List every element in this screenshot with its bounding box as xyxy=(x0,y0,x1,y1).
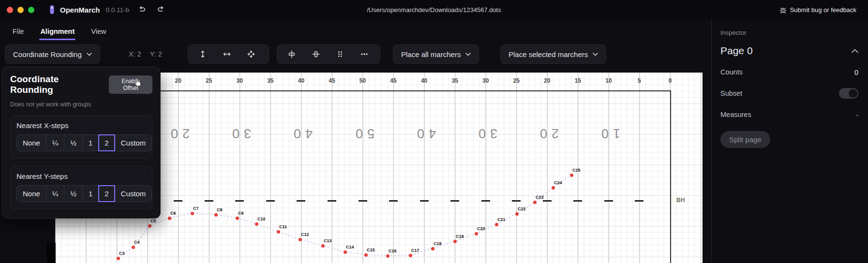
x-steps-segmented-control: None¼½12Custom xyxy=(16,134,152,151)
marcher-dot[interactable] xyxy=(321,244,325,248)
marcher-dot[interactable] xyxy=(409,254,412,257)
counts-label: Counts xyxy=(720,68,743,76)
step-option-3[interactable]: 1 xyxy=(82,185,99,202)
menu-view[interactable]: View xyxy=(84,24,113,39)
submit-feedback-label: Submit bug or feedback xyxy=(790,6,856,14)
toggle-knob xyxy=(849,89,857,98)
measures-row: Measures - xyxy=(720,104,858,125)
step-option-0[interactable]: None xyxy=(16,185,46,202)
step-option-5[interactable]: Custom xyxy=(115,134,152,151)
marcher-dot[interactable] xyxy=(570,174,573,177)
marcher-dot[interactable] xyxy=(277,230,280,234)
marcher-label: C19 xyxy=(456,234,464,239)
step-option-1[interactable]: ¼ xyxy=(46,185,65,202)
step-option-2[interactable]: ½ xyxy=(64,185,83,202)
marcher-dot[interactable] xyxy=(191,212,194,215)
marcher-dot[interactable] xyxy=(495,223,498,226)
align-center-vertical-icon xyxy=(287,50,296,58)
step-option-2[interactable]: ½ xyxy=(64,134,83,151)
collapse-page-section-button[interactable] xyxy=(852,49,858,53)
marcher-label: C24 xyxy=(554,180,562,185)
marcher-label: C9 xyxy=(238,211,244,216)
close-window-button[interactable] xyxy=(7,7,13,13)
collapse-center-icon xyxy=(247,50,255,58)
distribute-horizontal-button[interactable] xyxy=(352,46,376,62)
distribute-vertical-button[interactable] xyxy=(328,46,352,62)
back-hash-label: BH xyxy=(676,197,685,204)
step-option-4[interactable]: 2 xyxy=(98,134,115,151)
marcher-dot[interactable] xyxy=(255,222,258,226)
popup-note: Does not yet work with groups xyxy=(10,101,152,108)
marcher-dot[interactable] xyxy=(515,212,519,216)
marcher-label: C4 xyxy=(134,240,140,245)
measures-label: Measures xyxy=(720,111,751,118)
mouse-cursor xyxy=(134,77,141,87)
marcher-label: C20 xyxy=(477,226,485,231)
chevron-down-icon xyxy=(87,53,92,56)
coordinate-rounding-dropdown[interactable]: Coordinate Rounding xyxy=(5,44,100,64)
marcher-dot[interactable] xyxy=(344,250,347,254)
submit-feedback-button[interactable]: Submit bug or feedback xyxy=(779,0,856,19)
subset-toggle[interactable] xyxy=(839,88,858,99)
step-option-0[interactable]: None xyxy=(16,134,46,151)
menu-file[interactable]: File xyxy=(6,24,30,39)
app-version: 0.0.11-b xyxy=(106,6,130,14)
align-center-horizontal-button[interactable] xyxy=(304,46,328,62)
marcher-label: C13 xyxy=(324,238,332,243)
place-selected-marchers-dropdown[interactable]: Place selected marchers xyxy=(500,44,606,64)
redo-button[interactable] xyxy=(155,4,167,16)
marcher-dot[interactable] xyxy=(214,213,218,217)
marcher-label: C25 xyxy=(572,168,581,173)
marcher-dot[interactable] xyxy=(475,232,478,235)
rounding-values: X: 2 Y: 2 xyxy=(129,44,162,64)
marcher-dot[interactable] xyxy=(236,217,239,220)
bug-icon xyxy=(779,6,787,14)
step-option-4[interactable]: 2 xyxy=(98,185,115,202)
y-rounding-value: Y: 2 xyxy=(150,50,162,58)
x-rounding-value: X: 2 xyxy=(129,50,141,58)
enable-offset-button[interactable]: Enable Offset xyxy=(109,75,152,94)
marcher-dot[interactable] xyxy=(431,247,434,250)
snap-to-grid-button[interactable] xyxy=(239,46,263,62)
marcher-dot[interactable] xyxy=(299,238,302,241)
step-option-3[interactable]: 1 xyxy=(82,134,99,151)
counts-value: 0 xyxy=(854,68,858,76)
zoom-window-button[interactable] xyxy=(28,7,34,13)
popup-title: Coordinate Rounding xyxy=(10,74,103,95)
app-name: OpenMarch xyxy=(60,6,100,14)
nearest-x-steps-title: Nearest X-steps xyxy=(16,121,146,130)
field-corner-marker xyxy=(47,243,56,263)
split-page-button[interactable]: Split page xyxy=(720,131,770,148)
marcher-dot[interactable] xyxy=(533,201,537,204)
minimize-window-button[interactable] xyxy=(17,7,24,13)
dots-grid-icon xyxy=(336,50,344,58)
align-center-vertical-button[interactable] xyxy=(280,46,304,62)
counts-row: Counts 0 xyxy=(720,61,858,83)
undo-button[interactable] xyxy=(136,4,148,16)
nearest-x-steps-section: Nearest X-steps None¼½12Custom xyxy=(10,115,152,159)
marcher-dot[interactable] xyxy=(453,240,457,243)
inspector-title: Inspector xyxy=(720,29,858,36)
align-vertical-button[interactable] xyxy=(191,46,215,62)
marcher-label: C18 xyxy=(434,241,442,246)
distribute-tools-group xyxy=(277,44,380,64)
coordinate-rounding-label: Coordinate Rounding xyxy=(13,50,82,58)
menu-alignment[interactable]: Alignment xyxy=(33,24,81,39)
align-horizontal-button[interactable] xyxy=(215,46,239,62)
window-controls xyxy=(7,7,34,13)
openmarch-logo-icon xyxy=(48,4,56,15)
marcher-dot[interactable] xyxy=(386,254,389,258)
step-option-1[interactable]: ¼ xyxy=(46,134,65,151)
marcher-dot[interactable] xyxy=(168,217,171,220)
horizontal-arrows-icon xyxy=(223,50,231,58)
marcher-dot[interactable] xyxy=(364,253,368,257)
nearest-y-steps-title: Nearest Y-steps xyxy=(16,172,146,180)
place-all-marchers-dropdown[interactable]: Place all marchers xyxy=(393,44,479,64)
vertical-arrows-icon xyxy=(198,50,207,58)
marcher-dot[interactable] xyxy=(132,246,135,249)
marcher-dot[interactable] xyxy=(148,224,151,228)
step-option-5[interactable]: Custom xyxy=(115,185,152,202)
marcher-dot[interactable] xyxy=(552,186,555,190)
measures-value: - xyxy=(856,111,858,119)
marcher-dot[interactable] xyxy=(117,257,120,260)
